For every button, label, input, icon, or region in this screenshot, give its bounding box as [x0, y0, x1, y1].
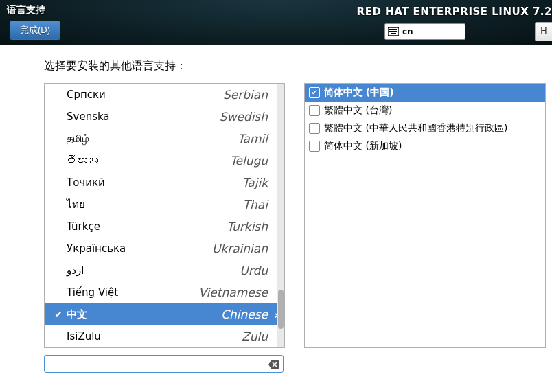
svg-rect-8 — [395, 31, 397, 32]
svg-rect-6 — [391, 31, 393, 32]
header-bar: 语言支持 完成(D) RED HAT ENTERPRISE LINUX 7.2 … — [0, 0, 552, 45]
language-native-label: தமிழ் — [65, 132, 238, 145]
page-title: 语言支持 — [7, 4, 45, 16]
keyboard-indicator[interactable]: cn — [384, 23, 465, 40]
variant-label: 繁體中文 (台灣) — [324, 104, 392, 117]
language-row[interactable]: СрпскиSerbian — [45, 84, 277, 106]
variant-label: 简体中文 (中国) — [324, 87, 394, 99]
language-native-label: Українська — [65, 242, 212, 255]
language-english-label: Urdu — [240, 264, 268, 277]
language-english-label: Tajik — [242, 176, 268, 189]
language-row[interactable]: ✔中文Chinese› — [45, 303, 284, 325]
content-area: 选择要安装的其他语言支持： СрпскиSerbianSvenskaSwedis… — [0, 45, 552, 373]
variant-label: 简体中文 (新加坡) — [324, 140, 402, 152]
done-button[interactable]: 完成(D) — [10, 21, 60, 40]
variant-row[interactable]: 繁體中文 (中華人民共和國香港特別行政區) — [305, 119, 545, 137]
scrollbar-track[interactable] — [277, 84, 284, 347]
language-native-label: Српски — [65, 89, 223, 101]
language-row[interactable]: ТочикӣTajik — [45, 172, 277, 194]
language-english-label: Thai — [243, 198, 268, 211]
clear-search-icon[interactable] — [268, 359, 279, 369]
language-english-label: Vietnamese — [198, 286, 268, 299]
language-english-label: Ukrainian — [212, 242, 268, 255]
language-native-label: Tiếng Việt — [65, 286, 198, 299]
language-native-label: Svenska — [65, 111, 220, 123]
language-row[interactable]: TürkçeTurkish — [45, 216, 277, 238]
variant-checkbox[interactable] — [309, 123, 320, 134]
keyboard-indicator-label: cn — [402, 27, 413, 36]
search-input[interactable] — [44, 355, 284, 373]
variant-row[interactable]: 简体中文 (新加坡) — [305, 137, 545, 155]
variant-row[interactable]: 繁體中文 (台灣) — [305, 102, 545, 119]
language-english-label: Chinese — [221, 308, 268, 321]
language-english-label: Tamil — [238, 132, 268, 146]
variant-row[interactable]: 简体中文 (中国) — [305, 84, 545, 102]
variant-list[interactable]: 简体中文 (中国)繁體中文 (台灣)繁體中文 (中華人民共和國香港特別行政區)简… — [304, 83, 546, 348]
svg-rect-2 — [391, 29, 393, 30]
language-native-label: ไทย — [65, 196, 243, 213]
svg-rect-3 — [393, 29, 395, 30]
svg-rect-1 — [389, 29, 391, 30]
svg-rect-5 — [389, 31, 391, 32]
language-row[interactable]: ไทยThai — [45, 194, 277, 216]
language-row[interactable]: اردوUrdu — [45, 260, 277, 281]
language-native-label: اردو — [65, 264, 240, 277]
language-row[interactable]: தமிழ்Tamil — [45, 128, 277, 150]
language-row[interactable]: УкраїнськаUkrainian — [45, 238, 277, 260]
variant-label: 繁體中文 (中華人民共和國香港特別行政區) — [324, 122, 507, 135]
language-row[interactable]: IsiZuluZulu — [45, 325, 277, 347]
check-icon: ✔ — [51, 309, 65, 320]
svg-rect-4 — [395, 29, 397, 30]
language-english-label: Zulu — [242, 330, 268, 343]
language-native-label: IsiZulu — [65, 330, 242, 343]
prompt-text: 选择要安装的其他语言支持： — [44, 59, 552, 73]
language-native-label: Türkçe — [65, 220, 227, 233]
help-button[interactable]: H — [535, 22, 552, 41]
svg-rect-9 — [391, 33, 396, 34]
language-native-label: Точикӣ — [65, 176, 242, 189]
keyboard-icon — [388, 27, 399, 36]
language-english-label: Swedish — [220, 110, 268, 124]
scrollbar-thumb[interactable] — [278, 290, 284, 330]
variant-checkbox[interactable] — [309, 87, 320, 98]
product-label: RED HAT ENTERPRISE LINUX 7.2 — [357, 5, 552, 18]
variant-checkbox[interactable] — [309, 105, 320, 116]
svg-rect-7 — [393, 31, 395, 32]
language-english-label: Telugu — [230, 154, 268, 168]
language-row[interactable]: SvenskaSwedish — [45, 106, 277, 128]
language-native-label: 中文 — [65, 308, 221, 321]
language-native-label: తెలుగు — [65, 154, 230, 167]
language-row[interactable]: తెలుగుTelugu — [45, 150, 277, 172]
language-english-label: Turkish — [227, 220, 268, 233]
language-row[interactable]: Tiếng ViệtVietnamese — [45, 281, 277, 303]
language-english-label: Serbian — [223, 88, 268, 102]
variant-checkbox[interactable] — [309, 141, 320, 152]
language-list[interactable]: СрпскиSerbianSvenskaSwedishதமிழ்Tamilతెల… — [44, 83, 285, 348]
